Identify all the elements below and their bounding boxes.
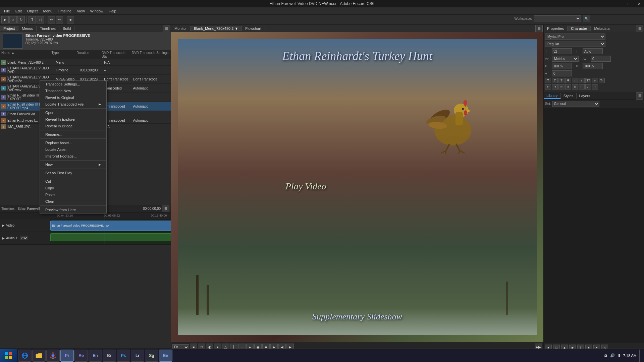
menu-timeline[interactable]: Timeline	[55, 8, 74, 14]
fmt-align-right[interactable]: ⇦	[558, 84, 565, 89]
systray-network[interactable]: ◕	[603, 353, 608, 358]
fmt-bold[interactable]: T	[545, 78, 551, 83]
kerning-method-select[interactable]: Metrics	[552, 56, 579, 62]
ltab-library[interactable]: Library	[544, 93, 561, 99]
menu-object[interactable]: Object	[24, 8, 41, 14]
taskbar-app-photoshop[interactable]: Ps	[117, 350, 130, 362]
ctx-set-first-play[interactable]: Set as First Play	[40, 170, 106, 176]
fmt-underline[interactable]: T	[558, 78, 565, 83]
fmt-extra-4[interactable]: ↾	[592, 84, 598, 89]
menu-file[interactable]: File	[1, 8, 13, 14]
font-style-select[interactable]: Regular	[545, 41, 605, 47]
fmt-extra-1[interactable]: ↻	[572, 84, 578, 89]
font-family-select[interactable]: Myriad Pro	[545, 34, 605, 40]
taskbar-app-lightroom[interactable]: Lr	[131, 350, 144, 362]
ctx-paste[interactable]: Paste	[40, 191, 106, 198]
taskbar-app-ie[interactable]	[18, 350, 32, 362]
file-row-blank-menu[interactable]: M Blank_Menu_720x480 2 Menu -- N/A	[0, 59, 171, 66]
minimize-button[interactable]: −	[614, 0, 624, 7]
kerning-value-input[interactable]	[591, 56, 611, 62]
rtab-character[interactable]: Character	[568, 26, 591, 31]
tab-menus[interactable]: Menus	[18, 26, 37, 31]
ctx-copy[interactable]: Copy	[40, 185, 106, 191]
library-panel-menu[interactable]: ☰	[636, 92, 643, 100]
library-set-select[interactable]: General	[552, 101, 599, 107]
start-button[interactable]	[0, 349, 17, 362]
ctx-cut[interactable]: Cut	[40, 178, 106, 185]
taskbar-app-ae[interactable]: Ae	[74, 350, 88, 362]
workspace-search[interactable]: 🔍	[583, 15, 590, 22]
scale-h-input[interactable]	[552, 63, 572, 69]
ltab-layers[interactable]: Layers	[577, 93, 593, 99]
systray-volume[interactable]: 🔊	[610, 353, 615, 358]
taskbar-app-folder[interactable]	[32, 350, 46, 362]
tab-blank-menu[interactable]: Blank_Menu_720x480 2 ▼	[191, 26, 242, 31]
font-size-input[interactable]	[552, 48, 572, 54]
taskbar-app-premiere[interactable]: Pr	[60, 350, 74, 362]
taskbar-clock[interactable]: 7:18 AM	[623, 354, 637, 358]
fmt-strikethrough[interactable]: T	[565, 78, 571, 83]
rtab-metadata[interactable]: Metadata	[591, 26, 613, 31]
menu-edit[interactable]: Edit	[13, 8, 24, 14]
workspace-select[interactable]	[534, 15, 581, 21]
tool-text[interactable]: T	[29, 16, 36, 23]
tool-rotate[interactable]: ↻	[17, 16, 25, 23]
tool-redo[interactable]: ↪	[56, 16, 63, 23]
show-desktop-btn[interactable]	[639, 350, 641, 362]
rtab-properties[interactable]: Properties	[544, 26, 568, 31]
video-clip-main[interactable]: Ethan Farewell video PROGRESSIVE.mp4	[50, 221, 171, 231]
ctx-interpret-footage[interactable]: Interpret Footage...	[40, 153, 106, 160]
fmt-extra-2[interactable]: ↼	[579, 84, 585, 89]
tool-direct-select[interactable]: ▷	[9, 16, 17, 23]
fmt-superscript[interactable]: T	[572, 78, 578, 83]
ctx-rename[interactable]: Rename...	[40, 131, 106, 138]
audio-clip-main[interactable]	[50, 233, 171, 241]
scale-v-input[interactable]	[583, 63, 603, 69]
taskbar-app-bridge[interactable]: Br	[103, 350, 116, 362]
fmt-align-center[interactable]: ⇥	[552, 84, 558, 89]
ctx-clear[interactable]: Clear	[40, 198, 106, 205]
fmt-caps[interactable]: TT	[585, 78, 591, 83]
ctx-preview-from-here[interactable]: Preview from Here	[40, 206, 106, 213]
close-button[interactable]: ✕	[634, 0, 644, 7]
right-panel-menu[interactable]: ☰	[636, 25, 643, 32]
taskbar-app-encore-active[interactable]: En	[159, 350, 172, 362]
ctx-transcode-now[interactable]: Transcode Now	[40, 87, 106, 94]
menu-view[interactable]: View	[74, 8, 88, 14]
fmt-superscript2[interactable]: Tⁿ	[599, 78, 605, 83]
ctx-replace-asset[interactable]: Replace Asset...	[40, 139, 106, 146]
tab-flowchart[interactable]: Flowchart	[242, 26, 265, 31]
baseline-input[interactable]	[552, 70, 572, 76]
menu-window[interactable]: Window	[88, 8, 106, 14]
fmt-subscript[interactable]: T	[579, 78, 585, 83]
ctx-new[interactable]: New ▶	[40, 161, 106, 168]
ctx-revert-original[interactable]: Revert to Original	[40, 94, 106, 101]
fmt-smallcaps[interactable]: Tt	[592, 78, 598, 83]
font-size-auto-input[interactable]	[583, 48, 603, 54]
ltab-styles[interactable]: Styles	[561, 93, 577, 99]
menu-help[interactable]: Help	[106, 8, 119, 14]
panel-menu[interactable]: ☰	[163, 25, 170, 32]
tool-vertical-text[interactable]: T|	[37, 16, 44, 23]
tool-extra[interactable]: ■	[67, 16, 74, 23]
ctx-locate-transcoded[interactable]: Locate Transcoded File ▶	[40, 101, 106, 108]
taskbar-app-speedgrade[interactable]: Sg	[145, 350, 158, 362]
systray-battery[interactable]: ▮	[616, 353, 622, 358]
taskbar-app-encore-extra[interactable]: En	[89, 350, 102, 362]
fmt-italic[interactable]: T	[552, 78, 558, 83]
tab-project[interactable]: Project	[0, 26, 18, 31]
file-row-ethan-timeline[interactable]: T ETHAN FAREWELL VIDEO DVD Timeline 00;0…	[0, 66, 171, 75]
fmt-align-justify[interactable]: ≡	[565, 84, 571, 89]
track-toggle-audio[interactable]: ▶	[2, 236, 5, 240]
ctx-locate-asset[interactable]: Locate Asset...	[40, 146, 106, 153]
fmt-extra-3[interactable]: ↽	[585, 84, 591, 89]
fmt-align-left[interactable]: ⇤	[545, 84, 551, 89]
audio-channel-select[interactable]: ch	[20, 236, 28, 240]
timeline-panel-menu[interactable]: ☰	[162, 205, 169, 212]
ctx-open[interactable]: Open	[40, 109, 106, 116]
menu-menu[interactable]: Menu	[41, 8, 55, 14]
ctx-reveal-bridge[interactable]: Reveal In Bridge	[40, 123, 106, 129]
ctx-reveal-explorer[interactable]: Reveal In Explorer	[40, 116, 106, 123]
taskbar-app-chrome[interactable]	[46, 350, 60, 362]
tab-monitor[interactable]: Monitor	[171, 26, 191, 31]
